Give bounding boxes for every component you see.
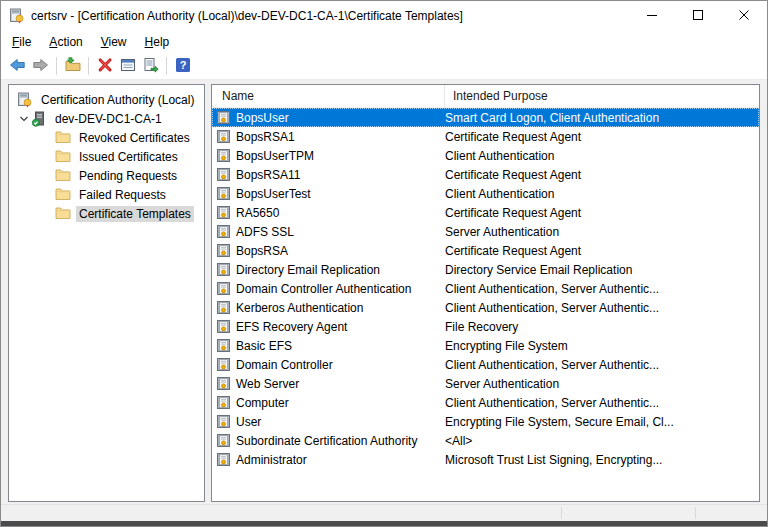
template-row-bopsuser[interactable]: BopsUserSmart Card Logon, Client Authent… xyxy=(212,108,759,127)
cert-template-icon xyxy=(217,434,230,447)
template-row-kerberos-authentication[interactable]: Kerberos AuthenticationClient Authentica… xyxy=(212,298,759,317)
template-name: Subordinate Certification Authority xyxy=(236,434,417,448)
window-controls xyxy=(629,1,767,31)
forward-button[interactable] xyxy=(29,55,52,77)
content-area: Certification Authority (Local) dev-DEV-… xyxy=(1,80,767,504)
menu-bar: FileActionViewHelp xyxy=(1,31,767,53)
cert-template-icon xyxy=(217,244,230,257)
template-name-cell: ADFS SSL xyxy=(212,225,445,239)
template-row-domain-controller-authentication[interactable]: Domain Controller AuthenticationClient A… xyxy=(212,279,759,298)
template-row-user[interactable]: UserEncrypting File System, Secure Email… xyxy=(212,412,759,431)
cert-template-icon xyxy=(217,396,230,409)
template-row-bopsrsa1[interactable]: BopsRSA1Certificate Request Agent xyxy=(212,127,759,146)
template-name-cell: Web Server xyxy=(212,377,445,391)
template-name: BopsRSA1 xyxy=(236,130,295,144)
up-one-level-button[interactable] xyxy=(61,55,84,77)
minimize-icon xyxy=(644,7,660,26)
export-list-button[interactable] xyxy=(139,55,162,77)
tree-item-revoked-certificates[interactable]: Revoked Certificates xyxy=(9,128,204,147)
back-button[interactable] xyxy=(6,55,29,77)
template-row-efs-recovery-agent[interactable]: EFS Recovery AgentFile Recovery xyxy=(212,317,759,336)
tree-item-certificate-templates[interactable]: Certificate Templates xyxy=(9,204,204,223)
cert-template-icon xyxy=(217,225,230,238)
template-row-computer[interactable]: ComputerClient Authentication, Server Au… xyxy=(212,393,759,412)
template-intended-purpose: Smart Card Logon, Client Authentication xyxy=(445,111,759,125)
properties-icon xyxy=(120,57,136,76)
delete-button[interactable] xyxy=(93,55,116,77)
status-bar-divider xyxy=(695,507,696,519)
column-header-name[interactable]: Name xyxy=(212,85,445,107)
svg-text:?: ? xyxy=(179,59,186,71)
cert-template-icon xyxy=(217,149,230,162)
template-row-adfs-ssl[interactable]: ADFS SSLServer Authentication xyxy=(212,222,759,241)
tree-item-label: Revoked Certificates xyxy=(76,130,193,146)
template-intended-purpose: Microsoft Trust List Signing, Encrypting… xyxy=(445,453,759,467)
template-row-directory-email-replication[interactable]: Directory Email ReplicationDirectory Ser… xyxy=(212,260,759,279)
title-bar: certsrv - [Certification Authority (Loca… xyxy=(1,1,767,31)
chevron-expanded-icon[interactable] xyxy=(17,112,31,126)
properties-button[interactable] xyxy=(116,55,139,77)
template-row-basic-efs[interactable]: Basic EFSEncrypting File System xyxy=(212,336,759,355)
template-name-cell: BopsUser xyxy=(212,111,445,125)
template-row-subordinate-certification-authority[interactable]: Subordinate Certification Authority<All> xyxy=(212,431,759,450)
toolbar-separator xyxy=(166,57,167,75)
tree-item-pending-requests[interactable]: Pending Requests xyxy=(9,166,204,185)
tree-item-label: Failed Requests xyxy=(76,187,169,203)
window-bottom-edge xyxy=(1,521,767,526)
template-row-bopsusertest[interactable]: BopsUserTestClient Authentication xyxy=(212,184,759,203)
folder-icon xyxy=(55,168,71,184)
tree-ca-label: dev-DEV-DC1-CA-1 xyxy=(52,111,165,127)
template-name-cell: Domain Controller xyxy=(212,358,445,372)
template-intended-purpose: File Recovery xyxy=(445,320,759,334)
template-row-bopsrsa[interactable]: BopsRSACertificate Request Agent xyxy=(212,241,759,260)
tree-children: Revoked CertificatesIssued CertificatesP… xyxy=(9,128,204,223)
template-name: BopsRSA11 xyxy=(236,168,300,182)
tree-item-certification-authority-local[interactable]: Certification Authority (Local) xyxy=(9,90,204,109)
tree-item-issued-certificates[interactable]: Issued Certificates xyxy=(9,147,204,166)
menu-file[interactable]: File xyxy=(3,32,40,52)
template-name: Basic EFS xyxy=(236,339,292,353)
tree-item-dev-dev-dc1-ca-1[interactable]: dev-DEV-DC1-CA-1 xyxy=(9,109,204,128)
template-row-bopsusertpm[interactable]: BopsUserTPMClient Authentication xyxy=(212,146,759,165)
minimize-button[interactable] xyxy=(629,1,675,31)
template-name: Computer xyxy=(236,396,289,410)
up-folder-icon xyxy=(65,57,81,76)
template-row-web-server[interactable]: Web ServerServer Authentication xyxy=(212,374,759,393)
menu-help[interactable]: Help xyxy=(136,32,179,52)
folder-icon xyxy=(55,206,71,222)
template-name: Domain Controller Authentication xyxy=(236,282,411,296)
menu-action[interactable]: Action xyxy=(40,32,91,52)
menu-view[interactable]: View xyxy=(92,32,136,52)
column-header-intended-purpose[interactable]: Intended Purpose xyxy=(445,85,759,107)
forward-icon xyxy=(32,57,49,76)
template-row-domain-controller[interactable]: Domain ControllerClient Authentication, … xyxy=(212,355,759,374)
template-intended-purpose: Client Authentication, Server Authentic.… xyxy=(445,396,759,410)
template-name-cell: User xyxy=(212,415,445,429)
template-row-administrator[interactable]: AdministratorMicrosoft Trust List Signin… xyxy=(212,450,759,469)
cert-template-icon xyxy=(217,301,230,314)
template-name-cell: Directory Email Replication xyxy=(212,263,445,277)
template-name: BopsUserTest xyxy=(236,187,311,201)
tree-item-failed-requests[interactable]: Failed Requests xyxy=(9,185,204,204)
app-icon xyxy=(9,8,25,24)
template-intended-purpose: Certificate Request Agent xyxy=(445,206,759,220)
template-name-cell: Kerberos Authentication xyxy=(212,301,445,315)
tree-item-label: Issued Certificates xyxy=(76,149,181,165)
template-name: EFS Recovery Agent xyxy=(236,320,347,334)
template-name: RA5650 xyxy=(236,206,279,220)
template-name-cell: Domain Controller Authentication xyxy=(212,282,445,296)
cert-template-icon xyxy=(217,130,230,143)
template-name: BopsUser xyxy=(236,111,289,125)
export-list-icon xyxy=(143,57,159,76)
template-name: ADFS SSL xyxy=(236,225,294,239)
template-name-cell: Subordinate Certification Authority xyxy=(212,434,445,448)
template-name-cell: BopsUserTest xyxy=(212,187,445,201)
maximize-button[interactable] xyxy=(675,1,721,31)
template-intended-purpose: Client Authentication, Server Authentic.… xyxy=(445,358,759,372)
cert-template-icon xyxy=(217,358,230,371)
template-row-bopsrsa11[interactable]: BopsRSA11Certificate Request Agent xyxy=(212,165,759,184)
help-button[interactable]: ? xyxy=(171,55,194,77)
template-row-ra5650[interactable]: RA5650Certificate Request Agent xyxy=(212,203,759,222)
certification-authority-icon xyxy=(17,92,33,108)
close-button[interactable] xyxy=(721,1,767,31)
